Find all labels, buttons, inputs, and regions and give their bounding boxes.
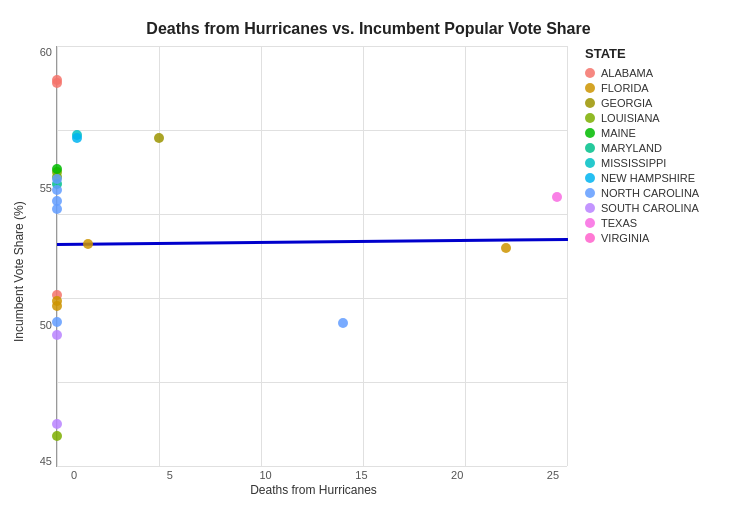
plot-area-wrapper: 60555045 [28, 46, 567, 467]
legend-dot [585, 113, 595, 123]
legend-item: SOUTH CAROLINA [585, 202, 727, 214]
legend-dot [585, 218, 595, 228]
grid-h-line [57, 466, 567, 467]
plot-and-x: 60555045 0510152025 Deaths from Hurrican… [28, 46, 567, 497]
legend-item: ALABAMA [585, 67, 727, 79]
scatter-dot [52, 78, 62, 88]
scatter-dot [154, 133, 164, 143]
legend: STATE ALABAMAFLORIDAGEORGIALOUISIANAMAIN… [567, 46, 727, 497]
legend-dot [585, 83, 595, 93]
grid-v-line [159, 46, 160, 466]
legend-label: ALABAMA [601, 67, 653, 79]
grid-v-line [567, 46, 568, 466]
grid-h-line [57, 46, 567, 47]
y-ticks: 60555045 [28, 46, 56, 467]
grid-h-line [57, 382, 567, 383]
y-axis-label: Incumbent Vote Share (%) [10, 46, 28, 497]
legend-dot [585, 98, 595, 108]
legend-item: FLORIDA [585, 82, 727, 94]
legend-item: LOUISIANA [585, 112, 727, 124]
legend-item: VIRGINIA [585, 232, 727, 244]
legend-title: STATE [585, 46, 727, 61]
legend-label: NEW HAMPSHIRE [601, 172, 695, 184]
x-axis-label: Deaths from Hurricanes [60, 483, 567, 497]
y-tick: 45 [40, 455, 52, 467]
trend-line [57, 238, 568, 246]
legend-label: LOUISIANA [601, 112, 660, 124]
grid-h-line [57, 298, 567, 299]
scatter-dot [501, 243, 511, 253]
legend-item: GEORGIA [585, 97, 727, 109]
scatter-dot [83, 239, 93, 249]
legend-items: ALABAMAFLORIDAGEORGIALOUISIANAMAINEMARYL… [585, 67, 727, 244]
scatter-dot [338, 318, 348, 328]
legend-dot [585, 233, 595, 243]
scatter-dot [52, 164, 62, 174]
legend-dot [585, 143, 595, 153]
legend-item: MAINE [585, 127, 727, 139]
scatter-dot [52, 431, 62, 441]
y-tick: 60 [40, 46, 52, 58]
scatter-dot [52, 317, 62, 327]
chart-container: Deaths from Hurricanes vs. Incumbent Pop… [0, 0, 737, 517]
grid-v-line [261, 46, 262, 466]
scatter-dot [52, 419, 62, 429]
x-tick: 10 [252, 469, 280, 481]
x-tick: 5 [156, 469, 184, 481]
legend-dot [585, 203, 595, 213]
legend-dot [585, 188, 595, 198]
grid-v-line [363, 46, 364, 466]
legend-dot [585, 68, 595, 78]
scatter-dot [552, 192, 562, 202]
scatter-dot [52, 330, 62, 340]
legend-item: MISSISSIPPI [585, 157, 727, 169]
x-tick: 20 [443, 469, 471, 481]
grid-v-line [57, 46, 58, 466]
y-tick: 50 [40, 319, 52, 331]
scatter-dot [52, 174, 62, 184]
x-tick: 15 [347, 469, 375, 481]
legend-label: SOUTH CAROLINA [601, 202, 699, 214]
legend-item: MARYLAND [585, 142, 727, 154]
plot-area [56, 46, 567, 467]
grid-h-line [57, 130, 567, 131]
chart-title: Deaths from Hurricanes vs. Incumbent Pop… [10, 20, 727, 38]
legend-dot [585, 158, 595, 168]
legend-label: MARYLAND [601, 142, 662, 154]
legend-dot [585, 173, 595, 183]
legend-item: NEW HAMPSHIRE [585, 172, 727, 184]
legend-label: MISSISSIPPI [601, 157, 666, 169]
legend-item: NORTH CAROLINA [585, 187, 727, 199]
grid-h-line [57, 214, 567, 215]
scatter-dot [72, 133, 82, 143]
legend-label: NORTH CAROLINA [601, 187, 699, 199]
legend-item: TEXAS [585, 217, 727, 229]
x-tick: 0 [60, 469, 88, 481]
legend-label: GEORGIA [601, 97, 652, 109]
legend-dot [585, 128, 595, 138]
y-tick: 55 [40, 182, 52, 194]
scatter-dot [52, 301, 62, 311]
legend-label: FLORIDA [601, 82, 649, 94]
x-tick: 25 [539, 469, 567, 481]
legend-label: TEXAS [601, 217, 637, 229]
chart-body: Incumbent Vote Share (%) 60555045 051015… [10, 46, 727, 497]
x-ticks: 0510152025 [60, 469, 567, 481]
scatter-dot [52, 204, 62, 214]
grid-v-line [465, 46, 466, 466]
legend-label: MAINE [601, 127, 636, 139]
scatter-dot [52, 185, 62, 195]
legend-label: VIRGINIA [601, 232, 649, 244]
